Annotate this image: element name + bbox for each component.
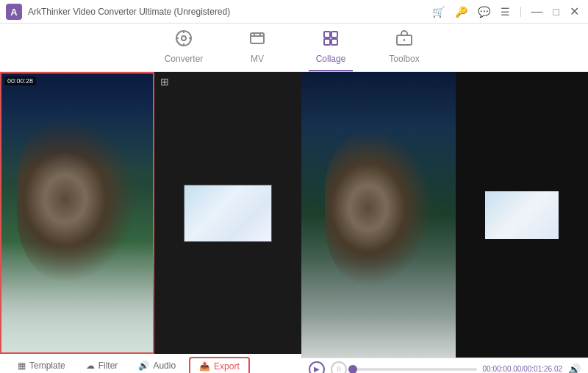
svg-rect-12: [324, 32, 330, 38]
preview-left-slot: [301, 72, 456, 358]
app-title: ArkThinker Video Converter Ultimate (Unr…: [28, 7, 429, 17]
app-logo: A: [6, 4, 22, 20]
window-controls: 🛒 🔑 💬 ☰ — □ ✕: [429, 3, 582, 20]
svg-text:A: A: [10, 7, 18, 18]
right-panel: ▶ ⏸ 00:00:00.00/00:01:26.02 🔊: [301, 72, 588, 373]
tab-converter-label: Converter: [165, 54, 204, 64]
tab-toolbox[interactable]: Toolbox: [382, 29, 426, 71]
key-icon[interactable]: 🔑: [452, 4, 470, 19]
tab-converter[interactable]: Converter: [162, 29, 206, 71]
sub-tab-filter[interactable]: ☁ Filter: [76, 354, 129, 373]
time-display: 00:00:00.00/00:01:26.02: [483, 365, 562, 373]
sub-tab-export[interactable]: 📤 Export: [189, 357, 250, 373]
collage-icon: [322, 29, 340, 51]
collage-edit-area: 00:00:28 ⊞: [0, 72, 301, 354]
preview-mini-clip: [485, 191, 559, 239]
svg-point-3: [182, 36, 186, 40]
tab-toolbox-label: Toolbox: [389, 54, 419, 64]
sub-tab-template-label: Template: [29, 360, 65, 371]
sub-tab-template[interactable]: ▦ Template: [7, 354, 76, 373]
sub-tab-export-label: Export: [214, 361, 240, 372]
divider: [520, 7, 521, 17]
titlebar: A ArkThinker Video Converter Ultimate (U…: [0, 0, 588, 24]
minimize-button[interactable]: —: [528, 4, 546, 19]
collage-slot-right[interactable]: ⊞: [154, 72, 301, 354]
audio-icon: 🔊: [138, 360, 149, 371]
total-time: 00:01:26.02: [523, 365, 562, 373]
video-frame-left: [1, 74, 153, 352]
volume-icon[interactable]: 🔊: [568, 363, 581, 374]
pause-button[interactable]: ⏸: [331, 361, 347, 374]
maximize-button[interactable]: □: [551, 4, 562, 19]
mini-preview-right: [184, 185, 272, 242]
timestamp-badge: 00:00:28: [4, 77, 36, 85]
menu-icon[interactable]: ☰: [498, 4, 513, 19]
chat-icon[interactable]: 💬: [475, 4, 493, 19]
close-button[interactable]: ✕: [567, 3, 582, 20]
svg-rect-14: [324, 39, 330, 45]
cart-icon[interactable]: 🛒: [429, 4, 448, 19]
tab-mv-label: MV: [251, 54, 264, 64]
svg-rect-15: [331, 39, 337, 45]
play-button[interactable]: ▶: [309, 361, 325, 374]
current-time: 00:00:00.00: [483, 365, 522, 373]
svg-rect-13: [331, 32, 337, 38]
collage-slot-left[interactable]: 00:00:28: [0, 72, 154, 354]
mv-icon: [248, 29, 266, 51]
tab-collage-label: Collage: [316, 54, 346, 64]
filter-icon: ☁: [86, 360, 95, 371]
left-panel: 00:00:28 ⊞ ▦ Template ☁ Filter 🔊 Au: [0, 72, 301, 373]
preview-right-slot: [456, 72, 588, 358]
main-content: 00:00:28 ⊞ ▦ Template ☁ Filter 🔊 Au: [0, 72, 588, 373]
template-icon: ▦: [18, 360, 26, 371]
nav-tabs: Converter MV Collage: [0, 24, 588, 72]
tab-collage[interactable]: Collage: [309, 29, 353, 71]
sub-tab-audio[interactable]: 🔊 Audio: [128, 354, 186, 373]
sub-tab-audio-label: Audio: [153, 360, 176, 371]
progress-bar[interactable]: [353, 368, 477, 371]
preview-area: [301, 72, 588, 358]
grid-placeholder-icon: ⊞: [160, 76, 169, 88]
converter-icon: [175, 29, 193, 51]
progress-thumb: [348, 365, 357, 374]
sub-tabs: ▦ Template ☁ Filter 🔊 Audio 📤 Export: [0, 354, 301, 373]
playback-controls: ▶ ⏸ 00:00:00.00/00:01:26.02 🔊: [301, 358, 588, 373]
tab-mv[interactable]: MV: [235, 29, 279, 71]
svg-rect-8: [251, 33, 264, 43]
sub-tab-filter-label: Filter: [98, 360, 118, 371]
toolbox-icon: [395, 29, 413, 51]
export-icon: 📤: [199, 361, 210, 372]
